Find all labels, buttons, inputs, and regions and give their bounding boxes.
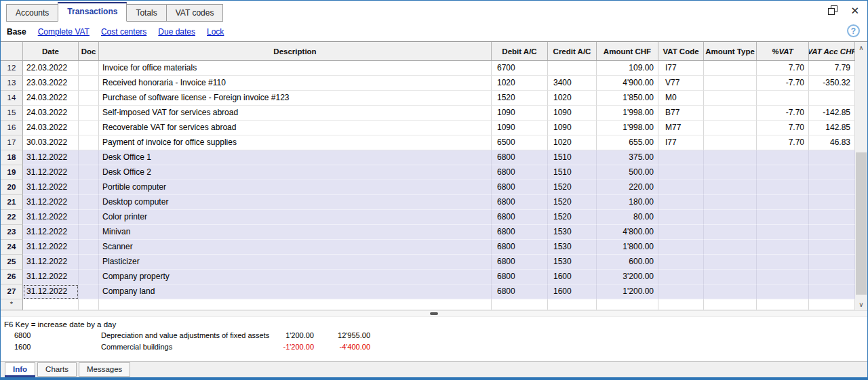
cell-debit[interactable]: 6800 bbox=[492, 240, 548, 255]
cell-vat-acc[interactable]: -350.32 bbox=[809, 76, 855, 91]
header-credit[interactable]: Credit A/C bbox=[548, 42, 597, 60]
tab-transactions[interactable]: Transactions bbox=[58, 2, 127, 22]
cell-vat-code[interactable]: I77 bbox=[658, 135, 704, 150]
cell-vat-acc[interactable] bbox=[809, 195, 855, 210]
cell-amount[interactable]: 1'998.00 bbox=[597, 121, 658, 135]
cell-doc[interactable] bbox=[79, 150, 99, 165]
cell-debit[interactable]: 1520 bbox=[492, 91, 548, 106]
cell-amount-type[interactable] bbox=[704, 180, 757, 195]
cell-vat-acc[interactable] bbox=[809, 225, 855, 240]
cell-vat-code[interactable] bbox=[658, 270, 704, 284]
cell-description[interactable]: Desktop computer bbox=[99, 195, 492, 210]
cell-pct-vat[interactable]: 7.70 bbox=[757, 135, 809, 150]
table-row[interactable]: 19 31.12.2022 Desk Office 2 6800 1510 50… bbox=[1, 165, 855, 180]
cell-pct-vat[interactable] bbox=[757, 180, 809, 195]
cell-doc[interactable] bbox=[79, 284, 99, 299]
cell-doc[interactable] bbox=[79, 106, 99, 121]
cell-amount-type[interactable] bbox=[704, 165, 757, 180]
header-vat-acc[interactable]: VAT Acc CHF bbox=[809, 42, 855, 60]
cell-amount[interactable]: 109.00 bbox=[597, 61, 658, 76]
cell-amount[interactable]: 500.00 bbox=[597, 165, 658, 180]
cell-pct-vat[interactable] bbox=[757, 195, 809, 210]
cell-pct-vat[interactable] bbox=[757, 284, 809, 299]
cell-vat-acc[interactable] bbox=[809, 270, 855, 284]
header-pct-vat[interactable]: %VAT bbox=[757, 42, 809, 60]
cell-vat-acc[interactable] bbox=[809, 150, 855, 165]
cell-description[interactable]: Company property bbox=[99, 270, 492, 284]
cell-amount[interactable]: 600.00 bbox=[597, 255, 658, 270]
cell-amount[interactable]: 1'998.00 bbox=[597, 106, 658, 121]
tab-totals[interactable]: Totals bbox=[126, 4, 166, 22]
table-row[interactable]: 15 24.03.2022 Self-imposed VAT for servi… bbox=[1, 106, 855, 121]
cell-credit[interactable]: 1600 bbox=[548, 270, 597, 284]
cell-vat-code[interactable] bbox=[658, 150, 704, 165]
cell-amount-type[interactable] bbox=[704, 106, 757, 121]
table-row[interactable]: 13 23.03.2022 Received honoraria - Invoi… bbox=[1, 76, 855, 91]
link-complete-vat[interactable]: Complete VAT bbox=[38, 27, 90, 37]
cell-amount[interactable]: 1'850.00 bbox=[597, 91, 658, 106]
cell-credit[interactable]: 1090 bbox=[548, 106, 597, 121]
cell-vat-acc[interactable] bbox=[809, 255, 855, 270]
cell-credit[interactable]: 1530 bbox=[548, 225, 597, 240]
row-number[interactable]: 25 bbox=[1, 255, 23, 270]
panel-splitter[interactable] bbox=[1, 310, 867, 317]
cell-date[interactable]: 31.12.2022 bbox=[23, 180, 79, 195]
cell-debit[interactable]: 6800 bbox=[492, 284, 548, 299]
row-number[interactable]: 23 bbox=[1, 225, 23, 240]
vertical-scrollbar[interactable]: ∧ ∨ bbox=[855, 42, 867, 310]
cell-pct-vat[interactable]: 7.70 bbox=[757, 61, 809, 76]
cell-description[interactable]: Invoice for office materials bbox=[99, 61, 492, 76]
help-icon[interactable]: ? bbox=[847, 24, 860, 37]
cell-debit[interactable]: 6700 bbox=[492, 61, 548, 76]
cell-amount-type[interactable] bbox=[704, 76, 757, 91]
cell-date[interactable]: 31.12.2022 bbox=[23, 225, 79, 240]
cell-doc[interactable] bbox=[79, 195, 99, 210]
row-number[interactable]: 18 bbox=[1, 150, 23, 165]
cell-amount-type[interactable] bbox=[704, 121, 757, 135]
table-row[interactable]: 25 31.12.2022 Plasticizer 6800 1530 600.… bbox=[1, 255, 855, 270]
cell-amount[interactable]: 220.00 bbox=[597, 180, 658, 195]
cell-description[interactable]: Minivan bbox=[99, 225, 492, 240]
cell-date[interactable]: 24.03.2022 bbox=[23, 106, 79, 121]
cell-vat-code[interactable] bbox=[658, 240, 704, 255]
cell-credit[interactable]: 1520 bbox=[548, 210, 597, 225]
table-row[interactable]: 18 31.12.2022 Desk Office 1 6800 1510 37… bbox=[1, 150, 855, 165]
cell-amount[interactable]: 3'200.00 bbox=[597, 270, 658, 284]
cell-description[interactable]: Company land bbox=[99, 284, 492, 299]
cell-date[interactable]: 31.12.2022 bbox=[23, 255, 79, 270]
cell-debit[interactable]: 6800 bbox=[492, 150, 548, 165]
cell-debit[interactable]: 1090 bbox=[492, 106, 548, 121]
link-cost-centers[interactable]: Cost centers bbox=[101, 27, 146, 37]
scroll-down-icon[interactable]: ∨ bbox=[855, 299, 867, 310]
cell-description[interactable]: Plasticizer bbox=[99, 255, 492, 270]
cell-vat-code[interactable]: V77 bbox=[658, 76, 704, 91]
cell-vat-acc[interactable] bbox=[809, 165, 855, 180]
table-row[interactable]: 22 31.12.2022 Color printer 6800 1520 80… bbox=[1, 210, 855, 225]
header-debit[interactable]: Debit A/C bbox=[492, 42, 548, 60]
row-number[interactable]: 17 bbox=[1, 135, 23, 150]
cell-vat-acc[interactable]: 46.83 bbox=[809, 135, 855, 150]
cell-pct-vat[interactable] bbox=[757, 210, 809, 225]
header-amount[interactable]: Amount CHF bbox=[597, 42, 658, 60]
cell-date[interactable]: 31.12.2022 bbox=[23, 150, 79, 165]
cell-credit[interactable]: 1600 bbox=[548, 284, 597, 299]
cell-amount-type[interactable] bbox=[704, 240, 757, 255]
cell-doc[interactable] bbox=[79, 121, 99, 135]
row-number[interactable]: 14 bbox=[1, 91, 23, 106]
new-row[interactable]: * bbox=[1, 299, 855, 310]
cell-debit[interactable]: 6800 bbox=[492, 165, 548, 180]
cell-vat-code[interactable] bbox=[658, 180, 704, 195]
tab-charts[interactable]: Charts bbox=[37, 362, 77, 377]
cell-debit[interactable]: 6800 bbox=[492, 270, 548, 284]
tab-vat-codes[interactable]: VAT codes bbox=[166, 4, 224, 22]
cell-debit[interactable]: 6800 bbox=[492, 210, 548, 225]
cell-vat-acc[interactable] bbox=[809, 180, 855, 195]
cell-credit[interactable]: 3400 bbox=[548, 76, 597, 91]
cell-vat-acc[interactable] bbox=[809, 284, 855, 299]
header-date[interactable]: Date bbox=[23, 42, 79, 60]
cell-description[interactable]: Recoverable VAT for services abroad bbox=[99, 121, 492, 135]
cell-amount[interactable]: 80.00 bbox=[597, 210, 658, 225]
header-amount-type[interactable]: Amount Type bbox=[704, 42, 757, 60]
cell-amount-type[interactable] bbox=[704, 210, 757, 225]
cell-date[interactable]: 31.12.2022 bbox=[23, 284, 79, 299]
